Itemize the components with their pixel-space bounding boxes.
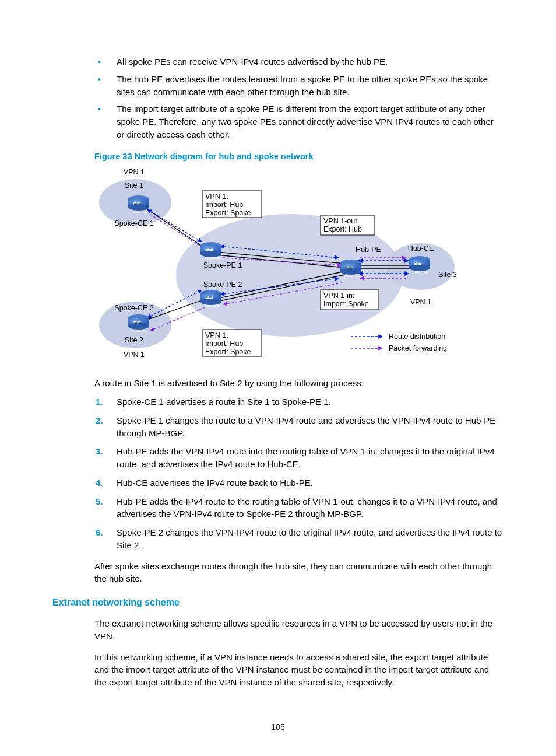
box-vpn1-top: VPN 1: Import: Hub Export: Spoke <box>202 191 262 218</box>
box-vpn1-in: VPN 1-in: Import: Spoke <box>321 290 379 310</box>
svg-text:Export: Hub: Export: Hub <box>323 225 362 233</box>
step-item: Hub-CE advertises the IPv4 route back to… <box>117 477 504 489</box>
svg-text:⇄⇄: ⇄⇄ <box>133 320 141 325</box>
step-item: Spoke-CE 1 advertises a route in Site 1 … <box>117 396 504 408</box>
bullet-item: The hub PE advertises the routes learned… <box>117 73 504 99</box>
intro-para: A route in Site 1 is advertised to Site … <box>94 377 504 390</box>
svg-line-12 <box>147 209 202 242</box>
box-vpn1-out: VPN 1-out: Export: Hub <box>321 215 374 235</box>
svg-text:ROUTER: ROUTER <box>414 271 429 274</box>
step-item: Spoke-PE 1 changes the route to a VPN-IP… <box>117 414 504 440</box>
label-spoke-pe2: Spoke-PE 2 <box>203 281 242 289</box>
label-spoke-ce2: Spoke-CE 2 <box>114 304 153 312</box>
svg-text:VPN 1:: VPN 1: <box>205 331 228 340</box>
svg-text:⇄⇄: ⇄⇄ <box>205 295 213 300</box>
svg-text:ROUTER: ROUTER <box>345 274 360 278</box>
svg-text:⇄⇄: ⇄⇄ <box>205 247 213 253</box>
svg-text:VPN 1-out:: VPN 1-out: <box>323 217 359 225</box>
svg-text:Export: Spoke: Export: Spoke <box>205 348 251 356</box>
legend-route: Route distribution <box>389 332 445 341</box>
steps-list: Spoke-CE 1 advertises a route in Site 1 … <box>52 396 504 552</box>
extranet-p2: In this networking scheme, if a VPN inst… <box>94 651 504 689</box>
figure-caption: Figure 33 Network diagram for hub and sp… <box>94 150 504 163</box>
label-vpn1-right: VPN 1 <box>410 298 431 306</box>
extranet-heading: Extranet networking scheme <box>52 596 504 609</box>
bullet-item: All spoke PEs can receive VPN-IPv4 route… <box>117 55 504 68</box>
page-number: 105 <box>0 721 556 733</box>
svg-text:ROUTER: ROUTER <box>205 304 220 308</box>
label-spoke-ce1: Spoke-CE 1 <box>114 219 153 228</box>
step-item: Hub-PE adds the IPv4 route to the routin… <box>117 495 504 521</box>
svg-text:ROUTER: ROUTER <box>133 210 148 214</box>
step-item: Hub-PE adds the VPN-IPv4 route into the … <box>117 445 504 471</box>
bullet-list: All spoke PEs can receive VPN-IPv4 route… <box>52 55 504 141</box>
legend: Route distribution Packet forwarding <box>351 332 447 352</box>
svg-text:ROUTER: ROUTER <box>205 257 220 260</box>
svg-text:VPN 1:: VPN 1: <box>205 192 228 201</box>
svg-text:Import: Spoke: Import: Spoke <box>323 300 369 308</box>
extranet-p1: The extranet networking scheme allows sp… <box>94 617 504 643</box>
label-site1: Site 1 <box>125 181 143 190</box>
svg-text:ROUTER: ROUTER <box>133 329 148 332</box>
legend-packet: Packet forwarding <box>389 344 447 352</box>
box-vpn1-bottom: VPN 1: Import: Hub Export: Spoke <box>202 330 262 356</box>
label-site3: Site 3 <box>438 271 456 279</box>
svg-text:VPN 1-in:: VPN 1-in: <box>323 292 355 300</box>
label-vpn1-top: VPN 1 <box>124 168 145 176</box>
label-vpn1-bottom: VPN 1 <box>124 351 145 359</box>
bullet-item: The import target attribute of a spoke P… <box>117 103 504 141</box>
svg-text:Import: Hub: Import: Hub <box>205 201 243 209</box>
svg-text:⇄⇄: ⇄⇄ <box>133 201 141 206</box>
label-site2: Site 2 <box>125 336 143 344</box>
svg-text:Import: Hub: Import: Hub <box>205 340 243 348</box>
network-diagram: ⇄⇄ ROUTER ⇄⇄ ROUTER ⇄⇄ ROUTER <box>94 167 456 369</box>
svg-text:⇄⇄: ⇄⇄ <box>345 265 353 270</box>
step-item: Spoke-PE 2 changes the VPN-IPv4 route to… <box>117 526 504 552</box>
svg-text:⇄⇄: ⇄⇄ <box>414 261 422 267</box>
svg-text:Export: Spoke: Export: Spoke <box>205 209 251 217</box>
label-hub-ce: Hub-CE <box>408 244 434 253</box>
label-hub-pe: Hub-PE <box>356 246 381 254</box>
after-steps-para: After spoke sites exchange routes throug… <box>94 560 504 586</box>
label-spoke-pe1: Spoke-PE 1 <box>203 261 242 270</box>
